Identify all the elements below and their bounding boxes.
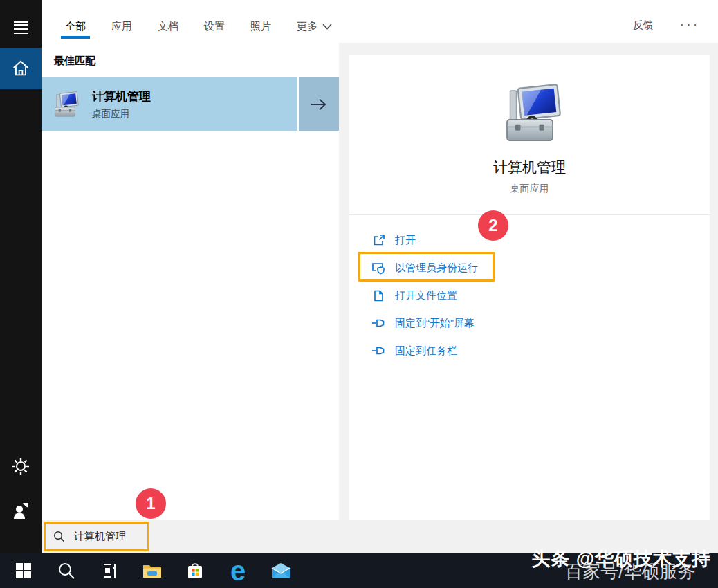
pin-icon xyxy=(371,344,385,358)
results-panel: 最佳匹配 计算机管理 桌面应用 xyxy=(42,43,339,520)
left-rail xyxy=(0,0,42,553)
tab-photos[interactable]: 照片 xyxy=(249,20,273,43)
filter-tabs-bar: 全部 应用 文档 设置 照片 更多 反馈 ··· xyxy=(42,0,718,43)
search-icon xyxy=(57,562,75,580)
open-action[interactable]: 打开 xyxy=(371,226,710,254)
main-area: 全部 应用 文档 设置 照片 更多 反馈 ··· 最佳匹配 xyxy=(42,0,718,553)
tab-apps[interactable]: 应用 xyxy=(110,20,134,43)
search-icon xyxy=(53,531,65,542)
task-view-icon xyxy=(100,562,119,580)
computer-management-icon-large xyxy=(497,80,563,147)
tab-more[interactable]: 更多 xyxy=(295,20,333,43)
step-2-badge: 2 xyxy=(478,210,508,241)
step-1-badge: 1 xyxy=(136,488,166,519)
edge-icon: e xyxy=(230,557,246,585)
account-button[interactable] xyxy=(0,494,42,527)
home-tab[interactable] xyxy=(0,48,42,89)
watermark-line2: 百家号/华硕服务 xyxy=(564,560,711,584)
store-icon xyxy=(185,561,205,580)
pin-icon xyxy=(371,316,385,330)
tab-documents[interactable]: 文档 xyxy=(156,20,180,43)
windows-logo-icon xyxy=(15,562,32,579)
context-actions: 2 打开 以管理员身份运行 xyxy=(349,215,710,365)
user-icon xyxy=(11,501,30,520)
edge-button[interactable]: e xyxy=(220,553,256,588)
search-flyout: 全部 应用 文档 设置 照片 更多 反馈 ··· 最佳匹配 xyxy=(0,0,718,588)
result-subtitle: 桌面应用 xyxy=(92,108,151,120)
taskbar: e 头条 @华硕技术支持 百家号/华硕服务 xyxy=(0,553,718,588)
chevron-down-icon xyxy=(322,24,332,30)
search-bar: 1 计算机管理 xyxy=(42,520,718,553)
preview-subtitle: 桌面应用 xyxy=(349,183,710,195)
search-input[interactable]: 计算机管理 xyxy=(44,522,149,551)
mail-icon xyxy=(270,562,291,579)
run-as-admin-icon xyxy=(371,261,385,275)
result-title: 计算机管理 xyxy=(92,89,151,104)
expand-result-button[interactable] xyxy=(297,77,339,131)
computer-management-icon xyxy=(50,90,80,119)
pin-to-taskbar-action[interactable]: 固定到任务栏 xyxy=(371,337,710,365)
gear-icon xyxy=(12,457,30,475)
run-as-admin-action[interactable]: 以管理员身份运行 xyxy=(371,254,710,282)
task-view-button[interactable] xyxy=(91,553,127,588)
hamburger-icon xyxy=(14,21,28,23)
taskbar-search-button[interactable] xyxy=(48,553,84,588)
feedback-button[interactable]: 反馈 xyxy=(633,19,654,43)
start-button[interactable] xyxy=(6,553,42,588)
menu-button[interactable] xyxy=(0,6,42,39)
tab-settings[interactable]: 设置 xyxy=(203,20,226,43)
preview-panel: 计算机管理 桌面应用 2 打开 以管理员身份运行 xyxy=(349,55,710,520)
open-icon xyxy=(371,233,385,247)
arrow-right-icon xyxy=(310,97,328,112)
mail-button[interactable] xyxy=(263,553,299,588)
preview-title: 计算机管理 xyxy=(349,158,710,177)
more-options-button[interactable]: ··· xyxy=(680,18,700,43)
tab-all[interactable]: 全部 xyxy=(64,20,87,43)
search-query-text: 计算机管理 xyxy=(74,530,126,543)
open-file-location-action[interactable]: 打开文件位置 xyxy=(371,282,710,309)
pin-to-start-action[interactable]: 固定到“开始”屏幕 xyxy=(371,309,710,337)
store-button[interactable] xyxy=(177,553,213,588)
settings-button[interactable] xyxy=(0,450,42,483)
open-file-location-icon xyxy=(371,288,385,302)
best-match-heading: 最佳匹配 xyxy=(54,55,339,68)
home-icon xyxy=(10,58,31,79)
best-match-result[interactable]: 计算机管理 桌面应用 xyxy=(42,77,339,131)
file-explorer-icon xyxy=(142,562,163,580)
file-explorer-button[interactable] xyxy=(134,553,170,588)
